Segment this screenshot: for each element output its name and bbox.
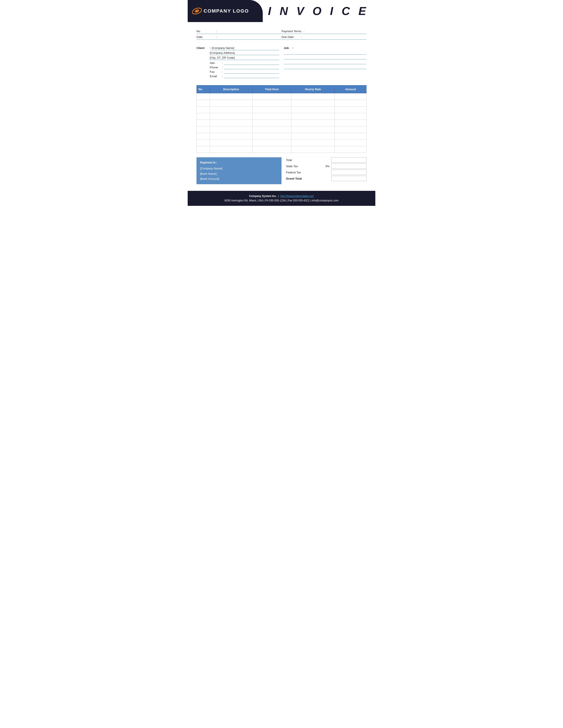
svg-point-1 [194,9,199,13]
cell-hourly-rate-1[interactable] [292,100,335,107]
meta-row-1: No : Payment Terms : [196,29,367,34]
cell-total-hour-2[interactable] [252,107,291,113]
federal-tax-row: Federal Tax [286,170,367,175]
cell-amount-8[interactable] [335,146,367,153]
cell-description-5[interactable] [210,126,252,133]
cell-description-6[interactable] [210,133,252,140]
table-row[interactable] [197,140,367,146]
total-row: Total [286,157,367,163]
job-line-1[interactable] [284,51,367,54]
table-row[interactable] [197,133,367,140]
cell-total-hour-8[interactable] [252,146,291,153]
client-address[interactable]: [Company Address] [210,51,279,55]
cell-hourly-rate-8[interactable] [292,146,335,153]
cell-hourly-rate-2[interactable] [292,107,335,113]
client-fax-row: Fax : [210,70,279,74]
cell-total-hour-5[interactable] [252,126,291,133]
job-line-3[interactable] [284,60,367,64]
cell-no-2[interactable] [197,107,210,113]
grand-total-value-box[interactable] [331,176,367,181]
invoice-table: No Description Total Hour Hourly Rate Am… [196,85,367,153]
client-phone-label: Phone [210,66,222,69]
cell-no-7[interactable] [197,140,210,146]
grand-total-label: Grand Total [286,177,331,180]
cell-hourly-rate-7[interactable] [292,140,335,146]
cell-amount-3[interactable] [335,113,367,120]
federal-tax-value-box[interactable] [331,170,367,175]
payment-bank-account[interactable]: [Bank Account] [200,176,278,181]
cell-amount-7[interactable] [335,140,367,146]
table-body [197,93,367,153]
state-tax-value-box[interactable] [331,163,367,169]
cell-description-3[interactable] [210,113,252,120]
cell-no-8[interactable] [197,146,210,153]
client-company-name[interactable]: [Company Name] [212,46,279,50]
cell-hourly-rate-4[interactable] [292,120,335,126]
cell-amount-5[interactable] [335,126,367,133]
total-value-box[interactable] [331,157,367,163]
footer-line-1: Company System Inc. | http://freewordtem… [192,194,371,198]
table-row[interactable] [197,113,367,120]
cell-amount-1[interactable] [335,100,367,107]
payment-title: Payment to : [200,160,278,165]
table-row[interactable] [197,126,367,133]
client-colon: : [210,46,211,50]
total-label: Total [286,158,331,162]
meta-payment-terms-value[interactable] [308,30,367,33]
cell-no-4[interactable] [197,120,210,126]
cell-total-hour-0[interactable] [252,93,291,100]
payment-bank-name[interactable]: [Bank Name] [200,171,278,176]
cell-amount-6[interactable] [335,133,367,140]
cell-hourly-rate-3[interactable] [292,113,335,120]
table-row[interactable] [197,100,367,107]
client-email-value[interactable] [224,74,279,78]
meta-date-value[interactable] [220,35,282,39]
cell-no-1[interactable] [197,100,210,107]
job-line-2[interactable] [284,55,367,59]
job-block: Job : [284,46,367,79]
client-attn-value[interactable] [224,61,279,65]
cell-no-0[interactable] [197,93,210,100]
table-row[interactable] [197,120,367,126]
job-colon: : [293,46,294,50]
cell-no-3[interactable] [197,113,210,120]
cell-no-5[interactable] [197,126,210,133]
cell-amount-4[interactable] [335,120,367,126]
cell-description-1[interactable] [210,100,252,107]
client-fax-value[interactable] [224,70,279,74]
job-line-4[interactable] [284,65,367,69]
meta-no-value[interactable] [220,30,282,33]
cell-description-0[interactable] [210,93,252,100]
footer-sep: | [278,195,279,198]
cell-amount-0[interactable] [335,93,367,100]
cell-total-hour-4[interactable] [252,120,291,126]
client-block: Client : [Company Name] [Company Address… [196,46,279,79]
cell-description-4[interactable] [210,120,252,126]
cell-hourly-rate-0[interactable] [292,93,335,100]
cell-total-hour-7[interactable] [252,140,291,146]
federal-tax-label: Federal Tax [286,171,331,174]
cell-description-2[interactable] [210,107,252,113]
cell-total-hour-3[interactable] [252,113,291,120]
client-phone-value[interactable] [224,65,279,69]
cell-no-6[interactable] [197,133,210,140]
state-tax-label: State Tax [286,165,325,168]
cell-amount-2[interactable] [335,107,367,113]
cell-description-8[interactable] [210,146,252,153]
cell-hourly-rate-5[interactable] [292,126,335,133]
cell-description-7[interactable] [210,140,252,146]
invoice-title: I N V O I C E [268,4,369,18]
table-row[interactable] [197,93,367,100]
table-row[interactable] [197,146,367,153]
cell-hourly-rate-6[interactable] [292,133,335,140]
table-header-row: No Description Total Hour Hourly Rate Am… [197,85,367,93]
table-row[interactable] [197,107,367,113]
header: COMPANY LOGO I N V O I C E [188,0,375,22]
client-phone-colon: : [222,66,223,69]
cell-total-hour-6[interactable] [252,133,291,140]
meta-due-date-value[interactable] [306,35,367,39]
payment-company-name[interactable]: [Company Name] [200,166,278,171]
client-city[interactable]: [City, ST, ZIP Code] [210,56,279,60]
cell-total-hour-1[interactable] [252,100,291,107]
footer-url[interactable]: http://freewordtemplates.net/ [280,195,314,198]
